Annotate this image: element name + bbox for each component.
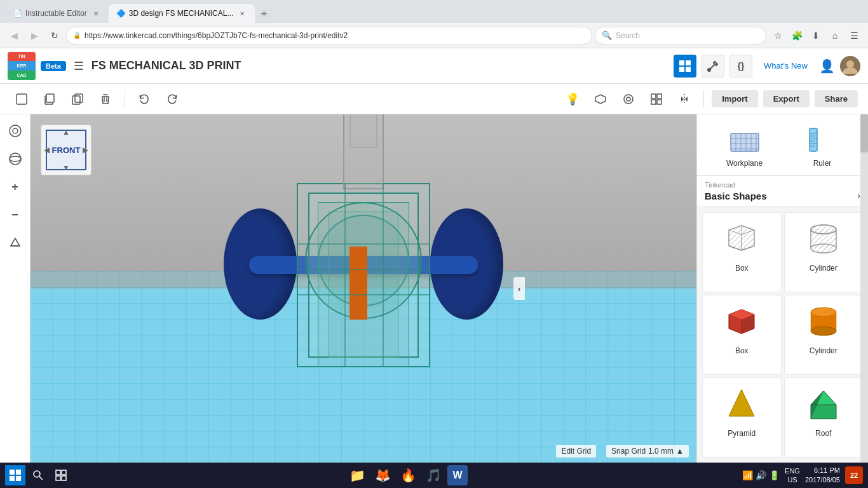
notification-badge[interactable]: 22 bbox=[845, 466, 863, 484]
firefox-button[interactable]: 🦊 bbox=[371, 464, 394, 487]
shape-box-red[interactable]: Box bbox=[702, 295, 782, 375]
share-button[interactable]: Share bbox=[815, 90, 858, 107]
tools-button[interactable] bbox=[702, 55, 724, 78]
duplicate-button[interactable] bbox=[66, 88, 89, 111]
itunes-button[interactable]: 🎵 bbox=[422, 464, 445, 487]
tab-1-close[interactable]: ✕ bbox=[91, 8, 101, 18]
perspective-button[interactable] bbox=[4, 231, 27, 254]
fit-view-button[interactable] bbox=[4, 147, 27, 170]
code-editor-button[interactable]: {} bbox=[729, 55, 752, 78]
export-button[interactable]: Export bbox=[763, 90, 810, 107]
svg-marker-65 bbox=[729, 390, 754, 416]
svg-marker-20 bbox=[681, 97, 684, 102]
zoom-out-button[interactable]: − bbox=[4, 203, 27, 226]
download-icon[interactable]: ⬇ bbox=[807, 27, 825, 44]
battery-icon: 🔋 bbox=[769, 470, 780, 480]
edit-grid-button[interactable]: Edit Grid bbox=[556, 445, 596, 458]
pyramid-yellow-svg bbox=[722, 386, 761, 424]
workplane-label: Workplane bbox=[726, 159, 763, 168]
home-view-button[interactable] bbox=[4, 119, 27, 142]
redo-button[interactable] bbox=[161, 88, 184, 111]
snap-grid-up-arrow[interactable]: ▲ bbox=[676, 447, 684, 456]
right-panel-toggle[interactable]: › bbox=[513, 277, 525, 300]
grid-line-1 bbox=[297, 243, 430, 245]
shape-pyramid-yellow[interactable]: Pyramid bbox=[702, 377, 782, 458]
add-user-button[interactable]: 👤 bbox=[819, 58, 835, 74]
hamburger-button[interactable]: ☰ bbox=[71, 57, 86, 76]
box-wire-svg bbox=[722, 220, 761, 259]
svg-rect-2 bbox=[679, 67, 684, 72]
perspective-icon bbox=[8, 236, 22, 250]
viewport[interactable]: ▲ ◀ FRONT ▶ ▼ Edit Grid Snap Grid 1.0 mm… bbox=[31, 114, 696, 463]
cylinder-orange-icon bbox=[803, 302, 844, 342]
cube-left-arrow[interactable]: ◀ bbox=[44, 146, 50, 154]
bookmark-icon[interactable]: ☆ bbox=[769, 27, 787, 44]
mirror-button[interactable] bbox=[673, 88, 696, 111]
taskbar-search-button[interactable] bbox=[28, 465, 48, 485]
tab-1[interactable]: 📄 Instructable Editor ✕ bbox=[5, 4, 109, 23]
svg-point-4 bbox=[707, 68, 711, 72]
cube-down-arrow[interactable]: ▼ bbox=[62, 163, 70, 172]
copy-icon bbox=[43, 93, 56, 105]
snap-grid-control[interactable]: Snap Grid 1.0 mm ▲ bbox=[606, 445, 689, 458]
browser-chrome: 📄 Instructable Editor ✕ 🔷 3D design FS M… bbox=[0, 0, 868, 48]
firefox2-button[interactable]: 🔥 bbox=[397, 464, 419, 487]
shapes-title: Basic Shapes bbox=[705, 191, 767, 201]
right-panel-scrollbar[interactable] bbox=[860, 114, 868, 463]
whats-new-button[interactable]: What's New bbox=[757, 57, 814, 74]
windows-icon bbox=[9, 469, 22, 482]
menu-icon[interactable]: ☰ bbox=[845, 27, 863, 44]
logo-cad: CAD bbox=[8, 71, 36, 80]
reload-button[interactable]: ↻ bbox=[46, 27, 64, 44]
system-clock: 6:11 PM 2017/08/05 bbox=[805, 466, 840, 485]
roof-label: Roof bbox=[815, 429, 831, 438]
extensions-icon[interactable]: 🧩 bbox=[788, 27, 806, 44]
forward-button[interactable]: ▶ bbox=[25, 27, 43, 44]
toggle-button[interactable] bbox=[10, 88, 33, 111]
workplane-tool[interactable]: Workplane bbox=[726, 122, 763, 168]
view-button[interactable] bbox=[617, 88, 640, 111]
svg-point-13 bbox=[624, 95, 633, 104]
tab-2[interactable]: 🔷 3D design FS MECHANICAL... ✕ bbox=[109, 4, 255, 23]
grid-line-v1 bbox=[344, 183, 346, 367]
view-cube[interactable]: ▲ ◀ FRONT ▶ ▼ bbox=[41, 125, 92, 175]
task-view-button[interactable] bbox=[51, 465, 71, 485]
svg-point-82 bbox=[34, 471, 40, 477]
ruler-tool[interactable]: Ruler bbox=[806, 122, 839, 168]
shapes-title-row: Basic Shapes › bbox=[705, 190, 860, 201]
shape-box-wire[interactable]: Box bbox=[702, 212, 782, 292]
scroll-thumb[interactable] bbox=[860, 114, 868, 152]
new-tab-button[interactable]: + bbox=[255, 5, 273, 23]
shape-cylinder-orange[interactable]: Cylinder bbox=[784, 295, 864, 375]
file-explorer-button[interactable]: 📁 bbox=[346, 464, 369, 487]
pyramid-label: Pyramid bbox=[728, 429, 756, 438]
tab-2-close[interactable]: ✕ bbox=[237, 8, 247, 18]
shape-roof-green[interactable]: Roof bbox=[784, 377, 864, 458]
cube-right-arrow[interactable]: ▶ bbox=[83, 146, 88, 154]
camera-button[interactable] bbox=[589, 88, 612, 111]
zoom-in-button[interactable]: + bbox=[4, 175, 27, 198]
user-avatar[interactable] bbox=[840, 56, 860, 76]
svg-point-22 bbox=[10, 125, 21, 137]
grid-line-3 bbox=[297, 294, 430, 295]
shape-cylinder-wire[interactable]: Cylinder bbox=[784, 212, 864, 292]
home-icon[interactable]: ⌂ bbox=[826, 27, 844, 44]
search-bar[interactable]: 🔍 Search bbox=[595, 27, 766, 44]
logo-tin: TIN bbox=[8, 52, 36, 62]
address-bar[interactable]: 🔒 https://www.tinkercad.com/things/6bpJO… bbox=[66, 27, 592, 44]
import-button[interactable]: Import bbox=[712, 90, 757, 107]
start-button[interactable] bbox=[5, 465, 25, 485]
3d-model-container bbox=[205, 142, 522, 409]
copy-button[interactable] bbox=[38, 88, 61, 111]
grid-view-button[interactable] bbox=[674, 55, 696, 78]
delete-button[interactable] bbox=[94, 88, 117, 111]
app-bar-actions: {} What's New 👤 bbox=[674, 55, 860, 78]
shapes-header: Tinkercad Basic Shapes › bbox=[697, 176, 868, 207]
back-button[interactable]: ◀ bbox=[5, 27, 23, 44]
light-button[interactable]: 💡 bbox=[561, 88, 584, 111]
orbit-icon bbox=[8, 152, 22, 166]
cube-up-arrow[interactable]: ▲ bbox=[62, 128, 70, 137]
undo-button[interactable] bbox=[133, 88, 156, 111]
grid-button[interactable] bbox=[645, 88, 668, 111]
word-button[interactable]: W bbox=[447, 465, 468, 485]
